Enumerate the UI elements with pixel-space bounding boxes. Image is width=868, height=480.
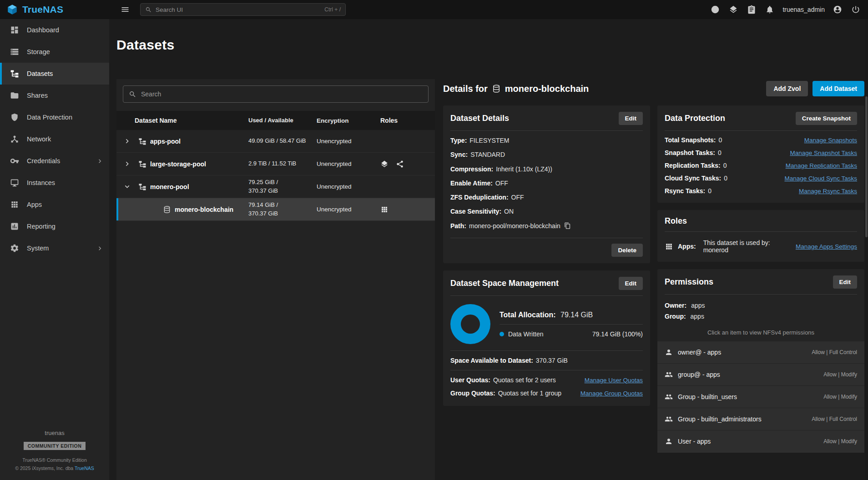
detail-field: Type:FILESYSTEM — [450, 136, 643, 145]
sidebar-footer: truenas COMMUNITY EDITION TrueNAS® Commu… — [0, 430, 109, 473]
sidebar-item-system[interactable]: System — [0, 237, 109, 259]
sidebar-item-credentials[interactable]: Credentials — [0, 150, 109, 172]
dataset-table-header: Dataset Name Used / Available Encryption… — [116, 111, 435, 130]
pool-tree-icon — [138, 183, 146, 191]
manage-snapshots-link[interactable]: Manage Snapshots — [804, 137, 857, 144]
dataset-search-input[interactable] — [141, 90, 423, 98]
selected-dataset-name: monero-blockchain — [505, 84, 589, 94]
copy-path-icon[interactable] — [564, 222, 571, 229]
sidebar-item-label: Reporting — [27, 223, 56, 230]
permission-item-group-at[interactable]: group@ - apps Allow | Modify — [657, 364, 864, 386]
page-scrollbar[interactable] — [865, 19, 868, 480]
permission-item-owner[interactable]: owner@ - apps Allow | Full Control — [657, 341, 864, 364]
search-icon — [145, 6, 152, 13]
manage-user-quotas-link[interactable]: Manage User Quotas — [585, 377, 643, 384]
truecommand-layers-icon[interactable] — [726, 2, 741, 17]
account-icon[interactable] — [830, 2, 845, 17]
dp-row: Cloud Sync Tasks:0Manage Cloud Sync Task… — [665, 175, 857, 182]
legend-label: Data Written — [508, 330, 544, 338]
chart-legend: Data Written 79.14 GiB (100%) — [500, 325, 643, 338]
page-title: Datasets — [116, 37, 864, 53]
permissions-list: owner@ - apps Allow | Full Control group… — [657, 341, 864, 453]
dataset-search[interactable] — [123, 85, 429, 103]
dp-row: Snapshot Tasks:0Manage Snapshot Tasks — [665, 149, 857, 156]
dataset-name: large-storage-pool — [150, 160, 206, 168]
manage-group-quotas-link[interactable]: Manage Group Quotas — [580, 390, 643, 397]
dataset-table: Dataset Name Used / Available Encryption… — [116, 111, 435, 221]
truenas-logo[interactable]: TrueNAS — [0, 4, 109, 15]
permission-item-builtin-administrators[interactable]: Group - builtin_administrators Allow | F… — [657, 408, 864, 430]
detail-field-path: Path: monero-pool/monero-blockchain — [450, 221, 643, 230]
network-icon — [10, 135, 19, 144]
permission-item-user-apps[interactable]: User - apps Allow | Modify — [657, 430, 864, 453]
details-title-prefix: Details for — [443, 84, 488, 94]
edit-permissions-button[interactable]: Edit — [833, 275, 858, 289]
dataset-database-icon — [163, 205, 171, 214]
dataset-row-large-storage-pool[interactable]: large-storage-pool 2.9 TiB / 11.52 TiB U… — [116, 153, 435, 175]
manage-snapshot-tasks-link[interactable]: Manage Snapshot Tasks — [790, 150, 857, 156]
sidebar-item-instances[interactable]: Instances — [0, 172, 109, 194]
used-available: 2.9 TiB / 11.52 TiB — [248, 160, 317, 168]
group-icon — [665, 393, 673, 401]
detail-field: ZFS Deduplication:OFF — [450, 193, 643, 202]
jobs-icon[interactable] — [744, 2, 759, 17]
dataset-row-apps-pool[interactable]: apps-pool 49.09 GiB / 58.47 GiB Unencryp… — [116, 130, 435, 153]
feedback-icon[interactable] — [707, 2, 723, 17]
dp-row: Total Snapshots:0Manage Snapshots — [665, 136, 857, 144]
sidebar-item-label: Credentials — [27, 157, 60, 165]
manage-apps-settings-link[interactable]: Manage Apps Settings — [796, 243, 857, 250]
permissions-card: Permissions Edit Owner: apps Group: apps… — [657, 269, 864, 453]
sidebar-item-apps[interactable]: Apps — [0, 194, 109, 215]
sidebar-item-storage[interactable]: Storage — [0, 41, 109, 63]
edition-line: TrueNAS® Community Edition — [0, 456, 109, 465]
sidebar-item-label: Data Protection — [27, 114, 72, 121]
add-dataset-button[interactable]: Add Dataset — [812, 81, 864, 96]
edit-dataset-details-button[interactable]: Edit — [619, 112, 643, 125]
sidebar-item-data-protection[interactable]: Data Protection — [0, 106, 109, 128]
detail-field: Case Sensitivity:ON — [450, 207, 643, 216]
sidebar-item-label: Dashboard — [27, 26, 59, 34]
column-roles: Roles — [380, 117, 429, 124]
sidebar-item-dashboard[interactable]: Dashboard — [0, 19, 109, 41]
chevron-down-icon[interactable] — [123, 182, 135, 191]
dataset-name: monero-blockchain — [175, 206, 233, 213]
encryption-status: Unencrypted — [317, 138, 380, 145]
edit-space-button[interactable]: Edit — [619, 277, 643, 290]
alerts-bell-icon[interactable] — [762, 2, 777, 17]
hamburger-menu-icon[interactable] — [117, 2, 133, 17]
shield-icon — [10, 113, 19, 122]
edition-badge[interactable]: COMMUNITY EDITION — [24, 442, 86, 450]
global-search-input[interactable] — [156, 6, 321, 13]
dataset-row-monero-blockchain[interactable]: monero-blockchain 79.14 GiB / 370.37 GiB… — [116, 198, 435, 221]
global-search[interactable]: Ctrl + / — [140, 3, 346, 16]
person-icon — [665, 348, 673, 356]
sidebar-item-network[interactable]: Network — [0, 128, 109, 150]
sidebar-item-datasets[interactable]: Datasets — [0, 63, 109, 85]
manage-replication-tasks-link[interactable]: Manage Replication Tasks — [786, 162, 857, 169]
sidebar: Dashboard Storage Datasets Shares Data P… — [0, 19, 109, 480]
delete-dataset-button[interactable]: Delete — [611, 244, 643, 257]
share-role-icon — [396, 160, 404, 168]
scrollbar-thumb[interactable] — [865, 96, 868, 237]
chevron-right-icon[interactable] — [123, 160, 135, 168]
power-icon[interactable] — [848, 2, 863, 17]
permission-item-builtin-users[interactable]: Group - builtin_users Allow | Modify — [657, 386, 864, 408]
sidebar-item-label: Datasets — [27, 70, 53, 77]
sidebar-item-label: Network — [27, 135, 51, 143]
key-icon — [10, 156, 19, 165]
create-snapshot-button[interactable]: Create Snapshot — [796, 112, 857, 125]
roles-cell — [380, 160, 429, 168]
manage-cloud-sync-tasks-link[interactable]: Manage Cloud Sync Tasks — [784, 175, 857, 182]
gear-icon — [10, 244, 19, 253]
add-zvol-button[interactable]: Add Zvol — [766, 81, 808, 96]
sidebar-item-shares[interactable]: Shares — [0, 85, 109, 106]
chevron-right-icon[interactable] — [123, 137, 135, 145]
sidebar-item-reporting[interactable]: Reporting — [0, 215, 109, 237]
details-header: Details for monero-blockchain Add Zvol A… — [443, 79, 864, 98]
dashboard-icon — [10, 25, 19, 35]
dataset-row-monero-pool[interactable]: monero-pool 79.25 GiB / 370.37 GiB Unenc… — [116, 175, 435, 198]
used-available: 49.09 GiB / 58.47 GiB — [248, 137, 317, 145]
truenas-footer-link[interactable]: TrueNAS — [75, 465, 94, 471]
manage-rsync-tasks-link[interactable]: Manage Rsync Tasks — [799, 188, 857, 195]
total-allocation: Total Allocation: 79.14 GiB — [500, 311, 643, 325]
